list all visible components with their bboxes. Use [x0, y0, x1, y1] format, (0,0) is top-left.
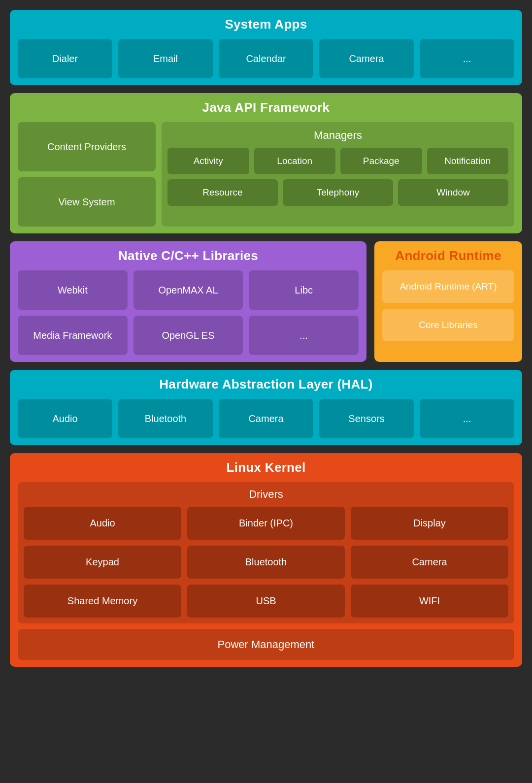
- managers-title: Managers: [167, 129, 508, 142]
- system-apps-title: System Apps: [18, 17, 514, 32]
- native-cpp-grid: Webkit OpenMAX AL Libc Media Framework O…: [18, 270, 359, 355]
- native-runtime-wrapper: Native C/C++ Libraries Webkit OpenMAX AL…: [10, 241, 522, 362]
- native-cpp-title: Native C/C++ Libraries: [18, 248, 359, 263]
- list-item: Telephony: [283, 179, 393, 206]
- list-item: Audio: [24, 507, 181, 540]
- android-runtime-title: Android Runtime: [382, 248, 514, 263]
- list-item: Media Framework: [18, 316, 128, 355]
- java-api-left: Content Providers View System: [18, 122, 156, 227]
- managers-row-2: Resource Telephony Window: [167, 179, 508, 206]
- list-item: Window: [398, 179, 508, 206]
- content-providers-card: Content Providers: [18, 122, 156, 171]
- list-item: Camera: [351, 546, 508, 579]
- list-item: Bluetooth: [187, 546, 345, 579]
- native-cpp-layer: Native C/C++ Libraries Webkit OpenMAX AL…: [10, 241, 366, 362]
- java-api-title: Java API Framework: [18, 100, 514, 115]
- list-item: Notification: [427, 148, 509, 174]
- java-api-layer: Java API Framework Content Providers Vie…: [10, 93, 522, 233]
- managers-row-1: Activity Location Package Notification: [167, 148, 508, 174]
- list-item: Webkit: [18, 270, 128, 310]
- java-api-inner: Content Providers View System Managers A…: [18, 122, 514, 227]
- list-item: Email: [118, 39, 213, 78]
- list-item: Camera: [319, 39, 414, 78]
- list-item: Sensors: [319, 399, 414, 438]
- system-apps-cards: Dialer Email Calendar Camera ...: [18, 39, 514, 78]
- drivers-title: Drivers: [24, 488, 508, 501]
- linux-kernel-layer: Linux Kernel Drivers Audio Binder (IPC) …: [10, 453, 522, 667]
- hal-cards: Audio Bluetooth Camera Sensors ...: [18, 399, 514, 438]
- list-item: Bluetooth: [118, 399, 213, 438]
- list-item: OpenGL ES: [133, 316, 243, 355]
- list-item: Calendar: [219, 39, 313, 78]
- list-item: Core Libraries: [382, 309, 514, 341]
- drivers-grid: Audio Binder (IPC) Display Keypad Blueto…: [24, 507, 508, 618]
- list-item: OpenMAX AL: [133, 270, 243, 310]
- list-item: ...: [420, 399, 514, 438]
- list-item: Audio: [18, 399, 112, 438]
- list-item: Dialer: [18, 39, 112, 78]
- list-item: Android Runtime (ART): [382, 270, 514, 303]
- list-item: ...: [249, 316, 359, 355]
- drivers-box: Drivers Audio Binder (IPC) Display Keypa…: [18, 482, 514, 623]
- list-item: Package: [340, 148, 422, 174]
- list-item: Resource: [167, 179, 278, 206]
- list-item: Shared Memory: [24, 585, 181, 618]
- list-item: Binder (IPC): [187, 507, 345, 540]
- list-item: ...: [420, 39, 514, 78]
- list-item: Libc: [249, 270, 359, 310]
- android-runtime-layer: Android Runtime Android Runtime (ART) Co…: [374, 241, 522, 362]
- hal-title: Hardware Abstraction Layer (HAL): [18, 377, 514, 392]
- list-item: USB: [187, 585, 345, 618]
- system-apps-layer: System Apps Dialer Email Calendar Camera…: [10, 10, 522, 85]
- android-runtime-cards: Android Runtime (ART) Core Libraries: [382, 270, 514, 341]
- list-item: Keypad: [24, 546, 181, 579]
- view-system-card: View System: [18, 177, 156, 227]
- list-item: Location: [254, 148, 336, 174]
- list-item: WIFI: [351, 585, 508, 618]
- list-item: Activity: [167, 148, 249, 174]
- linux-kernel-title: Linux Kernel: [18, 460, 514, 475]
- power-management: Power Management: [18, 629, 514, 660]
- managers-box: Managers Activity Location Package Notif…: [162, 122, 514, 227]
- hal-layer: Hardware Abstraction Layer (HAL) Audio B…: [10, 370, 522, 445]
- list-item: Camera: [219, 399, 313, 438]
- list-item: Display: [351, 507, 508, 540]
